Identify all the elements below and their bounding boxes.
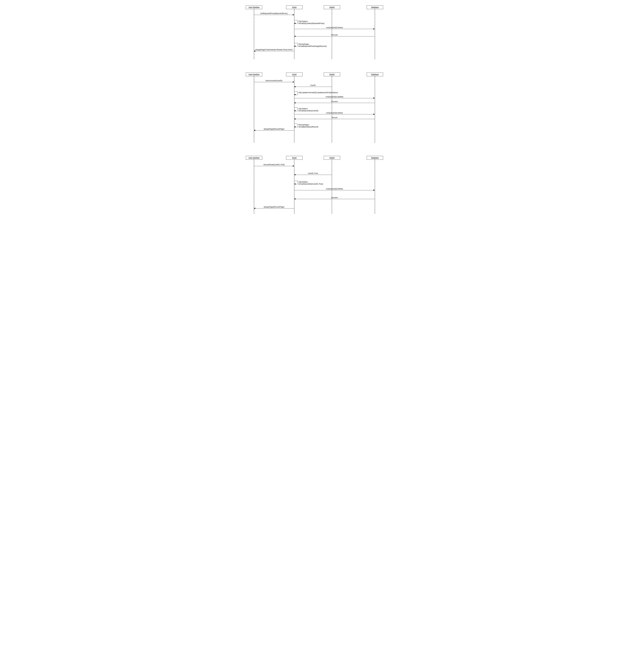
message-label: runQuery(SQLSelect) xyxy=(294,112,375,114)
message-arrow xyxy=(254,130,294,131)
participant-box: Database xyxy=(367,156,383,160)
message-label: runQuery(SQLSelect) xyxy=(294,26,375,28)
lifeline xyxy=(332,76,332,142)
arrow-head-icon xyxy=(294,94,295,95)
self-message-label: SQLUpdate=formatSQLUpdate(UserID,BanStat… xyxy=(298,92,338,94)
message-label: removePosts(UserID, Post) xyxy=(254,164,294,166)
self-message-label: ResultsPage= formatReportedPostsPage(Rec… xyxy=(298,43,327,47)
message-label: Records xyxy=(294,34,375,36)
self-message-label: SQLSelect= formatSQLSelect(UserID) xyxy=(298,108,318,112)
sequence-diagrams-root: User InterfaceScriptGlobalDatabasefindRe… xyxy=(5,5,629,214)
self-message-label: SQLDelete= formatSQLDelete(UserID, Post) xyxy=(298,181,323,185)
message-label: Success xyxy=(294,100,375,102)
message-label: UserID, Post xyxy=(294,172,332,174)
message-arrow xyxy=(294,29,375,29)
message-label: runQuery(SQLDelete) xyxy=(294,188,375,190)
lifeline xyxy=(375,9,375,59)
lifeline xyxy=(375,159,375,214)
message-label: runQuery(SQLUpdate) xyxy=(294,96,375,98)
lifeline xyxy=(332,159,332,214)
lifeline xyxy=(294,159,294,214)
arrow-head-icon xyxy=(294,46,295,47)
message-label: displayPage("Administrator-Review-Posts.… xyxy=(254,49,294,51)
lifeline xyxy=(375,76,375,142)
self-message-label: ResultsPage= formatBanStatus(Record) xyxy=(298,124,318,128)
participant-box: Global xyxy=(324,156,340,160)
message-arrow xyxy=(294,190,375,190)
participant-box: User Interface xyxy=(246,73,262,76)
arrow-head-icon xyxy=(294,183,295,185)
participant-box: Database xyxy=(367,5,383,9)
message-label: Record xyxy=(294,117,375,119)
arrow-head-icon xyxy=(294,110,295,111)
sequence-diagram: User InterfaceScriptGlobalDatabasebanAcc… xyxy=(243,73,391,142)
arrow-head-icon xyxy=(294,126,295,128)
participant-box: Script xyxy=(286,73,302,76)
self-message-label: SQLSelect= formatSQLSelect(ReportedPosts… xyxy=(298,20,324,24)
participant-box: Global xyxy=(324,73,340,76)
message-label: displayPage(ResultsPage) xyxy=(254,128,294,130)
participant-box: Database xyxy=(367,73,383,76)
participant-box: Script xyxy=(286,156,302,160)
lifeline xyxy=(254,76,254,142)
sequence-diagram: User InterfaceScriptGlobalDatabasefindRe… xyxy=(243,5,391,59)
participant-box: User Interface xyxy=(246,5,262,9)
message-label: Success xyxy=(294,196,375,199)
message-arrow xyxy=(294,199,375,199)
sequence-diagram: User InterfaceScriptGlobalDatabaseremove… xyxy=(243,156,391,214)
message-arrow xyxy=(294,36,375,37)
participant-box: User Interface xyxy=(246,156,262,160)
message-label: banAccounts(UserID) xyxy=(254,79,294,82)
message-label: UserID xyxy=(294,84,332,86)
participant-box: Global xyxy=(324,5,340,9)
participant-box: Script xyxy=(286,5,302,9)
message-label: findReportedPosts(ReportedPosts) xyxy=(254,13,294,15)
message-arrow xyxy=(294,87,332,87)
arrow-head-icon xyxy=(294,23,295,24)
message-label: displayPage(ResultsPage) xyxy=(254,206,294,208)
message-arrow xyxy=(254,82,294,82)
lifeline xyxy=(254,159,254,214)
